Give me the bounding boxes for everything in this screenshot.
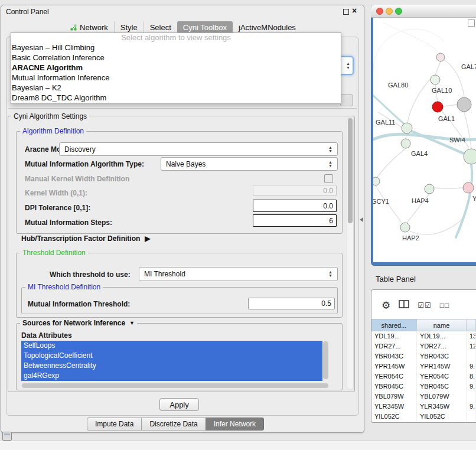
tab-label: Select — [150, 23, 171, 32]
network-node[interactable] — [432, 102, 443, 112]
tab-network[interactable]: Network — [64, 21, 114, 34]
data-attribute-item[interactable]: TopologicalCoefficient — [21, 351, 322, 361]
combo-value: Naive Bayes — [166, 160, 206, 168]
algorithm-popup-placeholder: Select algorithm to view settings — [11, 33, 341, 43]
sources-group-title[interactable]: Sources for Network Inference ▼ — [20, 319, 137, 327]
apply-button[interactable]: Apply — [159, 398, 199, 411]
table-cell: YBR043C — [417, 351, 467, 361]
network-node[interactable] — [425, 184, 434, 194]
hub-section-label: Hub/Transcription Factor Definition — [21, 234, 140, 243]
node-label-gal11: GAL11 — [376, 119, 395, 126]
column-header[interactable]: shared... — [371, 319, 417, 331]
data-attribute-item[interactable]: gal4RGexp — [21, 371, 322, 381]
table-row[interactable]: YER054CYER054C8. — [371, 371, 476, 381]
algorithm-option-dream8-dc-tdc-algorithm[interactable]: Dream8 DC_TDC Algorithm — [11, 93, 341, 103]
table-row[interactable]: YLR345WYLR345W9. — [371, 402, 476, 412]
table-row[interactable]: YBL079WYBL079W — [371, 392, 476, 402]
network-node[interactable] — [457, 97, 471, 112]
network-edge — [435, 61, 441, 75]
minimize-traffic-light-icon[interactable] — [386, 8, 393, 15]
attributes-horizontal-scrollbar[interactable] — [22, 383, 328, 388]
combo-stepper-icon: ▲▼ — [328, 146, 332, 153]
table-row[interactable]: YDL19...YDL19...13 — [371, 331, 476, 341]
tab-discretize-data[interactable]: Discretize Data — [141, 418, 206, 431]
hub-transcription-factor-section[interactable]: Hub/Transcription Factor Definition ▶ — [21, 234, 151, 243]
table-row[interactable]: YBR045CYBR045C9. — [371, 381, 476, 392]
mi-algorithm-type-combobox[interactable]: Naive Bayes ▲▼ — [161, 157, 338, 171]
table-cell: YBL079W — [417, 392, 467, 402]
gear-icon[interactable]: ⚙ — [382, 299, 390, 312]
algorithm-option-bayesian-hill-climbing[interactable]: Bayesian – Hill Climbing — [11, 43, 341, 53]
table-cell: 12 — [467, 341, 476, 351]
network-node[interactable] — [400, 223, 410, 232]
mi-steps-field[interactable] — [253, 214, 337, 227]
manual-kernel-width-checkbox[interactable] — [324, 174, 333, 183]
network-node[interactable] — [373, 177, 380, 185]
kernel-width-field[interactable] — [253, 185, 337, 196]
node-label-gal80: GAL80 — [388, 81, 408, 89]
table-row[interactable]: YDR27...YDR27...12 — [371, 341, 476, 351]
tab-style[interactable]: Style — [114, 21, 144, 34]
which-threshold-combobox[interactable]: MI Threshold ▲▼ — [139, 267, 338, 281]
algorithm-option-bayesian-k2[interactable]: Bayesian – K2 — [11, 83, 341, 93]
table-cell: 8. — [467, 371, 476, 381]
zoom-traffic-light-icon[interactable] — [395, 8, 402, 15]
columns-icon[interactable] — [399, 300, 409, 311]
data-attribute-item[interactable]: BetweennessCentrality — [21, 361, 322, 371]
data-attributes-label: Data Attributes — [21, 331, 72, 340]
tab-infer-network[interactable]: Infer Network — [206, 418, 264, 431]
column-header[interactable] — [467, 319, 476, 331]
network-node[interactable] — [436, 53, 445, 61]
deselect-all-icon[interactable]: □□ — [440, 301, 450, 309]
tab-cyni-toolbox[interactable]: Cyni Toolbox — [177, 21, 233, 34]
dpi-tolerance-field[interactable] — [253, 200, 337, 212]
table-cell: YER054C — [371, 371, 417, 381]
data-attributes-list[interactable]: SelfLoopsTopologicalCoefficientBetweenne… — [21, 341, 322, 381]
float-window-icon[interactable] — [343, 9, 349, 15]
tab-select[interactable]: Select — [144, 21, 177, 34]
table-body: YDL19...YDL19...13YDR27...YDR27...12YBR0… — [371, 331, 476, 421]
network-edge — [443, 105, 457, 106]
table-panel-title: Table Panel — [376, 275, 416, 283]
table-row[interactable]: YPR145WYPR145W9. — [371, 361, 476, 371]
mi-threshold-field[interactable] — [248, 298, 335, 309]
mi-threshold-label: Mutual Information Threshold: — [28, 300, 130, 308]
table-row[interactable]: YBR043CYBR043C — [371, 351, 476, 361]
node-label-gal4: GAL4 — [411, 150, 428, 157]
table-cell: 9. — [467, 402, 476, 412]
select-all-icon[interactable]: ☑☑ — [418, 301, 432, 309]
attributes-vertical-scrollbar[interactable] — [323, 341, 328, 379]
obscured-combobox-fragment — [340, 94, 353, 106]
aracne-mode-combobox[interactable]: Discovery ▲▼ — [59, 142, 338, 156]
algorithm-option-mutual-information-inference[interactable]: Mutual Information Inference — [11, 73, 341, 83]
tab-label: jActiveMNodules — [239, 23, 296, 32]
network-node[interactable] — [463, 182, 474, 193]
network-node[interactable] — [402, 123, 412, 133]
combo-value: Discovery — [64, 145, 96, 154]
network-node[interactable] — [464, 149, 476, 164]
tab-jactivemnodules[interactable]: jActiveMNodules — [233, 21, 302, 34]
table-cell — [467, 412, 476, 421]
collapsed-arrow-icon[interactable]: ▶ — [145, 234, 150, 243]
network-node[interactable] — [431, 75, 440, 84]
close-traffic-light-icon[interactable] — [376, 8, 383, 15]
node-label-gal1: GAL1 — [438, 115, 455, 122]
data-attribute-item[interactable]: SelfLoops — [21, 341, 322, 351]
table-cell: YBR045C — [417, 381, 467, 392]
group-title: Threshold Definition — [20, 249, 88, 257]
tab-impute-data[interactable]: Impute Data — [87, 418, 142, 431]
settings-scrollbar-thumb[interactable] — [348, 118, 353, 223]
table-cell: YBR043C — [371, 351, 417, 361]
network-minimap-box[interactable] — [468, 19, 475, 27]
close-icon[interactable]: × — [352, 6, 357, 15]
expanded-arrow-icon[interactable]: ▼ — [129, 320, 135, 326]
node-label-gcy1: GCY1 — [373, 198, 389, 205]
network-node[interactable] — [401, 139, 410, 148]
column-header[interactable]: name — [417, 319, 467, 331]
splitter-handle[interactable] — [360, 217, 363, 222]
network-graph[interactable]: GAL7GAL80GAL10GAL11GAL1SWI4GAL4GCY1HAP4Y… — [373, 18, 476, 262]
algorithm-option-basic-correlation-inference[interactable]: Basic Correlation Inference — [11, 53, 341, 63]
table-row[interactable]: YIL052CYIL052C — [371, 412, 476, 421]
docked-panel-icon[interactable] — [2, 432, 12, 441]
algorithm-option-aracne-algorithm[interactable]: ARACNE Algorithm — [11, 63, 341, 73]
